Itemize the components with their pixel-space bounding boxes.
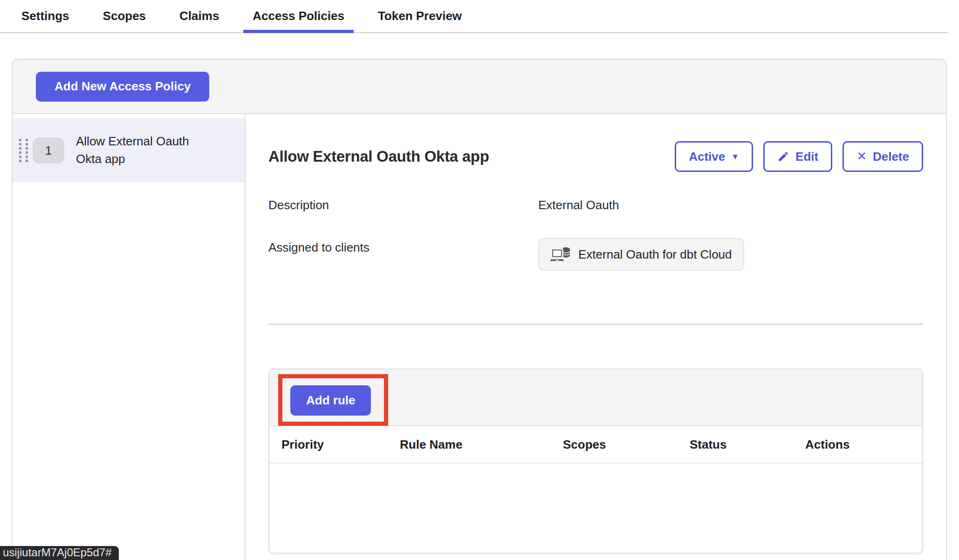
add-rule-button[interactable]: Add rule [290, 385, 371, 416]
tab-settings[interactable]: Settings [12, 0, 79, 32]
tab-scopes[interactable]: Scopes [94, 0, 156, 32]
delete-button-label: Delete [873, 150, 909, 164]
tab-token-preview[interactable]: Token Preview [369, 0, 471, 32]
status-dropdown-button[interactable]: Active ▼ [675, 141, 753, 172]
tab-access-policies-label: Access Policies [253, 9, 344, 23]
policy-content: 1 Allow External Oauth Okta app Allow Ex… [13, 114, 946, 560]
policy-action-buttons: Active ▼ Edit ✕ Delete [675, 141, 923, 172]
policy-detail-panel: Allow External Oauth Okta app Active ▼ E… [246, 114, 946, 560]
assigned-to-clients-label: Assigned to clients [268, 240, 538, 255]
link-preview-status-bar: usijiutarM7Aj0Ep5d7# [0, 546, 119, 560]
edit-button-label: Edit [795, 150, 818, 164]
tab-bar: Settings Scopes Claims Access Policies T… [0, 0, 948, 33]
description-value: External Oauth [538, 198, 923, 212]
tab-scopes-label: Scopes [103, 9, 146, 23]
access-policies-panel: Add New Access Policy 1 Allow External O… [12, 59, 947, 560]
edit-policy-button[interactable]: Edit [763, 141, 832, 172]
add-new-access-policy-button[interactable]: Add New Access Policy [36, 72, 209, 102]
active-tab-underline [243, 30, 354, 33]
column-header-status: Status [690, 437, 805, 452]
policy-priority-badge: 1 [33, 137, 64, 164]
rules-table-header: Priority Rule Name Scopes Status Actions [269, 426, 922, 464]
drag-handle-icon[interactable] [19, 139, 28, 162]
policy-toolbar: Add New Access Policy [13, 60, 946, 114]
section-divider [268, 324, 923, 325]
delete-policy-button[interactable]: ✕ Delete [843, 141, 923, 172]
assigned-clients-list: External Oauth for dbt Cloud [538, 240, 923, 271]
chevron-down-icon: ▼ [731, 152, 739, 162]
rules-card: Add rule Priority Rule Name Scopes Statu… [268, 369, 923, 553]
column-header-rule-name: Rule Name [400, 437, 563, 452]
tab-claims[interactable]: Claims [170, 0, 228, 32]
policy-list-item-label: Allow External Oauth Okta app [76, 133, 216, 168]
tab-token-preview-label: Token Preview [378, 9, 462, 23]
description-label: Description [268, 198, 538, 212]
column-header-scopes: Scopes [563, 437, 690, 452]
column-header-actions: Actions [805, 437, 922, 452]
rules-toolbar: Add rule [269, 369, 922, 426]
tab-access-policies[interactable]: Access Policies [243, 0, 354, 32]
policy-list-item[interactable]: 1 Allow External Oauth Okta app [13, 118, 245, 183]
x-icon: ✕ [856, 149, 867, 164]
column-header-priority: Priority [281, 437, 400, 452]
link-preview-text: usijiutarM7Aj0Ep5d7# [3, 546, 111, 559]
pencil-icon [777, 150, 789, 163]
tab-claims-label: Claims [179, 9, 219, 23]
policy-title: Allow External Oauth Okta app [268, 148, 489, 165]
policy-detail-header: Allow External Oauth Okta app Active ▼ E… [268, 141, 923, 172]
tab-settings-label: Settings [21, 9, 69, 23]
client-chip: External Oauth for dbt Cloud [538, 238, 744, 271]
annotation-highlight-box: Add rule [278, 374, 388, 426]
policy-list-sidebar: 1 Allow External Oauth Okta app [13, 114, 246, 560]
client-app-icon [550, 246, 572, 263]
rules-table-body-empty [269, 464, 922, 553]
client-chip-label: External Oauth for dbt Cloud [578, 247, 732, 262]
policy-fields: Description External Oauth Assigned to c… [268, 198, 923, 271]
status-dropdown-label: Active [689, 150, 725, 164]
